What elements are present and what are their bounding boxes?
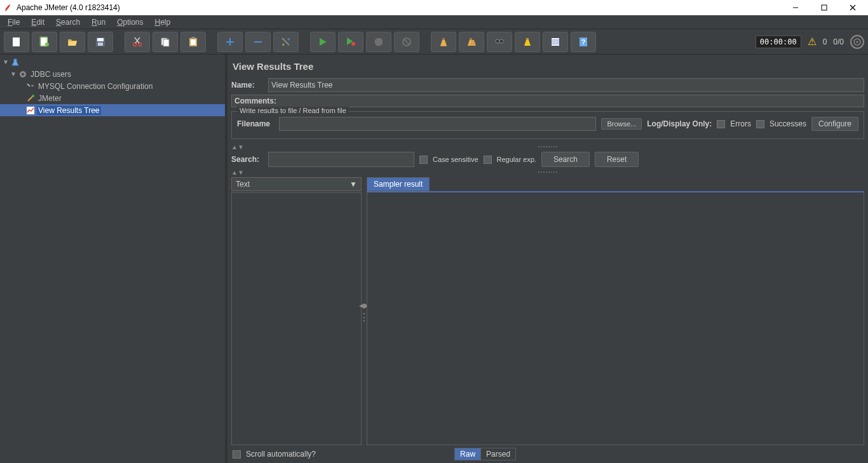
- shutdown-button[interactable]: [394, 32, 419, 52]
- svg-point-48: [22, 73, 24, 76]
- minimize-button[interactable]: [781, 0, 810, 15]
- menu-edit[interactable]: Edit: [26, 17, 50, 28]
- comments-label: Comments:: [231, 95, 864, 107]
- active-threads: 0/0: [833, 37, 844, 46]
- regex-checkbox[interactable]: [484, 156, 492, 164]
- function-helper-button[interactable]: [543, 32, 568, 52]
- clear-button[interactable]: [431, 32, 456, 52]
- menu-file[interactable]: File: [3, 17, 25, 28]
- svg-marker-26: [282, 43, 285, 46]
- help-button[interactable]: ?: [571, 32, 596, 52]
- close-button[interactable]: [838, 0, 867, 15]
- regex-label: Regular exp.: [497, 156, 536, 163]
- tree-label: MYSQL Connection Configuration: [37, 82, 154, 91]
- caret-down-icon[interactable]: ▼: [3, 59, 9, 65]
- expand-button[interactable]: [217, 32, 243, 52]
- new-button[interactable]: [4, 32, 29, 52]
- name-input[interactable]: [268, 78, 864, 92]
- filename-label: Filename: [237, 119, 274, 128]
- tree-label: JDBC users: [29, 70, 72, 79]
- wrench-icon: [25, 81, 36, 91]
- search-label: Search:: [231, 155, 263, 164]
- templates-button[interactable]: [32, 32, 57, 52]
- svg-line-14: [135, 37, 140, 43]
- svg-rect-17: [163, 39, 169, 46]
- panel-title: View Results Tree: [231, 57, 864, 78]
- tree-sampler[interactable]: JMeter: [0, 92, 225, 104]
- app-icon: [4, 3, 13, 12]
- results-tree[interactable]: [231, 192, 362, 445]
- svg-line-15: [135, 37, 139, 43]
- tree-thread-group[interactable]: ▼ JDBC users: [0, 68, 225, 80]
- errors-label: Errors: [730, 119, 751, 128]
- svg-point-50: [32, 95, 34, 97]
- parsed-tab[interactable]: Parsed: [481, 448, 516, 460]
- successes-label: Successes: [770, 119, 806, 128]
- render-dropdown[interactable]: Text ▼: [231, 177, 362, 191]
- svg-point-36: [499, 39, 503, 43]
- paste-button[interactable]: [180, 32, 206, 52]
- errors-checkbox[interactable]: [717, 120, 725, 128]
- search-tree-button[interactable]: [487, 32, 512, 52]
- result-detail-panel: [367, 191, 864, 445]
- copy-button[interactable]: [153, 32, 178, 52]
- search-button[interactable]: Search: [541, 152, 590, 167]
- test-plan-tree[interactable]: ▼ ▼ JDBC users MYSQL Connection Configur…: [0, 55, 227, 463]
- splitter-handle-2[interactable]: ▲▼: [231, 168, 864, 176]
- toolbar: ? 00:00:00 ⚠ 0 0/0: [0, 29, 868, 55]
- svg-rect-20: [191, 37, 195, 39]
- sampler-result-tab[interactable]: Sampler result: [367, 177, 430, 191]
- file-fieldset: Write results to file / Read from file F…: [231, 111, 864, 139]
- collapse-button[interactable]: [245, 32, 271, 52]
- reset-button[interactable]: Reset: [595, 152, 639, 167]
- menubar: File Edit Search Run Options Help: [0, 15, 868, 29]
- case-sensitive-checkbox[interactable]: [419, 156, 428, 164]
- splitter-handle[interactable]: ▲▼: [231, 143, 864, 151]
- svg-point-8: [45, 43, 49, 46]
- configure-button[interactable]: Configure: [811, 117, 858, 131]
- logdisplay-label: Log/Display Only:: [647, 119, 712, 128]
- clear-all-button[interactable]: [459, 32, 484, 52]
- tree-config-element[interactable]: MYSQL Connection Configuration: [0, 80, 225, 92]
- menu-options[interactable]: Options: [112, 17, 148, 28]
- tree-listener[interactable]: View Results Tree: [0, 104, 225, 116]
- svg-rect-19: [191, 39, 196, 45]
- toggle-button[interactable]: [273, 32, 299, 52]
- stop-button[interactable]: [366, 32, 391, 52]
- maximize-button[interactable]: [810, 0, 838, 15]
- editor-panel: View Results Tree Name: Comments: Write …: [227, 55, 868, 463]
- warning-icon[interactable]: ⚠: [808, 36, 817, 48]
- menu-help[interactable]: Help: [150, 17, 176, 28]
- search-input[interactable]: [268, 152, 414, 167]
- scroll-auto-checkbox[interactable]: [233, 450, 241, 459]
- tree-label: JMeter: [37, 94, 63, 103]
- raw-tab[interactable]: Raw: [454, 448, 481, 460]
- start-no-timers-button[interactable]: [338, 32, 363, 52]
- successes-checkbox[interactable]: [756, 120, 764, 128]
- tree-label: View Results Tree: [37, 106, 101, 115]
- svg-marker-25: [287, 38, 290, 41]
- chart-icon: [25, 105, 36, 116]
- svg-point-46: [857, 41, 858, 43]
- menu-run[interactable]: Run: [86, 17, 111, 28]
- svg-line-32: [404, 39, 409, 44]
- browse-button[interactable]: Browse...: [601, 118, 642, 130]
- window-titlebar: Apache JMeter (4.0 r1823414): [0, 0, 868, 15]
- svg-text:?: ?: [581, 38, 586, 46]
- start-button[interactable]: [310, 32, 336, 52]
- reset-search-button[interactable]: [515, 32, 540, 52]
- cut-button[interactable]: [125, 32, 150, 52]
- filename-input[interactable]: [279, 117, 596, 131]
- fieldset-legend: Write results to file / Read from file: [237, 107, 349, 114]
- save-button[interactable]: [88, 32, 113, 52]
- svg-rect-10: [97, 38, 104, 41]
- svg-marker-27: [320, 38, 327, 46]
- menu-search[interactable]: Search: [51, 17, 85, 28]
- tree-root-test-plan[interactable]: ▼: [0, 56, 225, 68]
- svg-rect-34: [470, 38, 472, 40]
- elapsed-timer: 00:00:00: [756, 36, 801, 48]
- vertical-splitter[interactable]: ◂▸⋮: [362, 177, 367, 445]
- run-status-icon: [850, 35, 864, 49]
- open-button[interactable]: [60, 32, 85, 52]
- caret-down-icon[interactable]: ▼: [10, 71, 17, 77]
